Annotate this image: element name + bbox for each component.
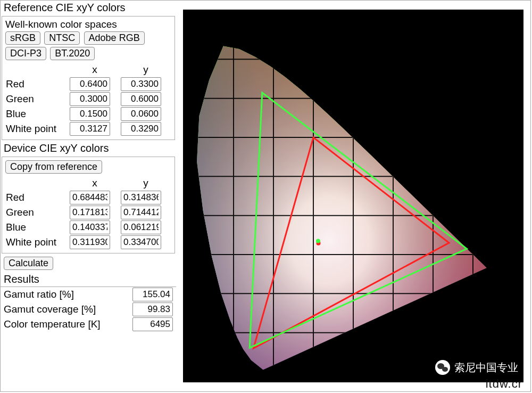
dev-white-y-input[interactable] <box>121 235 161 249</box>
dev-green-label: Green <box>5 205 69 220</box>
chromaticity-diagram <box>183 10 523 382</box>
color-space-buttons: sRGB NTSC Adobe RGB DCI-P3 BT.2020 <box>5 30 171 61</box>
ref-red-label: Red <box>5 77 69 92</box>
device-fieldset: Copy from reference x y Red Green <box>2 157 175 253</box>
ref-blue-x-input[interactable] <box>70 107 110 121</box>
space-srgb-button[interactable]: sRGB <box>5 31 40 45</box>
space-adobergb-button[interactable]: Adobe RGB <box>84 31 145 45</box>
reference-title: Reference CIE xyY colors <box>1 1 176 15</box>
dev-header-x: x <box>69 177 120 190</box>
reference-table: x y Red Green Blue <box>5 63 171 136</box>
dev-red-label: Red <box>5 190 69 205</box>
table-row: White point <box>5 235 171 250</box>
results-row: Color temperature [K] <box>1 317 176 332</box>
table-row: Blue <box>5 220 171 235</box>
ref-green-x-input[interactable] <box>70 92 110 106</box>
color-temp-label: Color temperature [K] <box>4 318 101 330</box>
dev-blue-label: Blue <box>5 220 69 235</box>
ref-header-x: x <box>69 63 120 77</box>
table-row: Red <box>5 77 171 92</box>
table-row: Blue <box>5 107 171 121</box>
dev-blue-y-input[interactable] <box>121 220 161 234</box>
gamut-ratio-label: Gamut ratio [%] <box>4 289 74 300</box>
dev-green-x-input[interactable] <box>70 206 110 219</box>
results-title: Results <box>1 272 176 286</box>
table-row: Red <box>5 190 171 205</box>
color-spaces-label: Well-known color spaces <box>5 19 171 30</box>
left-panel: Reference CIE xyY colors Well-known colo… <box>1 1 176 391</box>
color-temp-value[interactable] <box>132 317 173 331</box>
results-row: Gamut coverage [%] <box>1 302 176 317</box>
device-title: Device CIE xyY colors <box>1 141 176 155</box>
ref-header-y: y <box>120 63 171 77</box>
ref-blue-y-input[interactable] <box>121 107 161 121</box>
right-panel <box>176 1 530 391</box>
dev-blue-x-input[interactable] <box>70 220 110 234</box>
ref-red-x-input[interactable] <box>70 77 110 91</box>
calculate-button[interactable]: Calculate <box>4 257 53 270</box>
dev-red-y-input[interactable] <box>121 191 161 204</box>
reference-fieldset: Well-known color spaces sRGB NTSC Adobe … <box>2 16 175 140</box>
ref-white-y-input[interactable] <box>121 122 161 136</box>
space-bt2020-button[interactable]: BT.2020 <box>50 47 95 60</box>
table-row: White point <box>5 121 171 136</box>
ref-blue-label: Blue <box>5 107 69 121</box>
gamut-coverage-value[interactable] <box>132 302 173 316</box>
copy-from-reference-button[interactable]: Copy from reference <box>5 160 102 174</box>
results-row: Gamut ratio [%] <box>1 287 176 302</box>
table-row: Green <box>5 205 171 220</box>
space-dcip3-button[interactable]: DCI-P3 <box>5 47 46 60</box>
dev-white-x-input[interactable] <box>70 235 110 249</box>
table-row: Green <box>5 92 171 107</box>
chromaticity-svg <box>183 10 523 382</box>
dev-header-y: y <box>120 177 171 190</box>
svg-point-26 <box>316 239 320 243</box>
ref-white-x-input[interactable] <box>70 122 110 136</box>
space-ntsc-button[interactable]: NTSC <box>44 31 80 45</box>
ref-red-y-input[interactable] <box>121 77 161 91</box>
gamut-ratio-value[interactable] <box>132 288 173 301</box>
dev-red-x-input[interactable] <box>70 191 110 204</box>
app-window: Reference CIE xyY colors Well-known colo… <box>0 0 531 392</box>
ref-green-y-input[interactable] <box>121 92 161 106</box>
ref-green-label: Green <box>5 92 69 107</box>
ref-white-label: White point <box>5 121 69 136</box>
device-table: x y Red Green Blue <box>5 177 171 250</box>
gamut-coverage-label: Gamut coverage [%] <box>4 304 96 315</box>
dev-white-label: White point <box>5 235 69 250</box>
dev-green-y-input[interactable] <box>121 206 161 219</box>
